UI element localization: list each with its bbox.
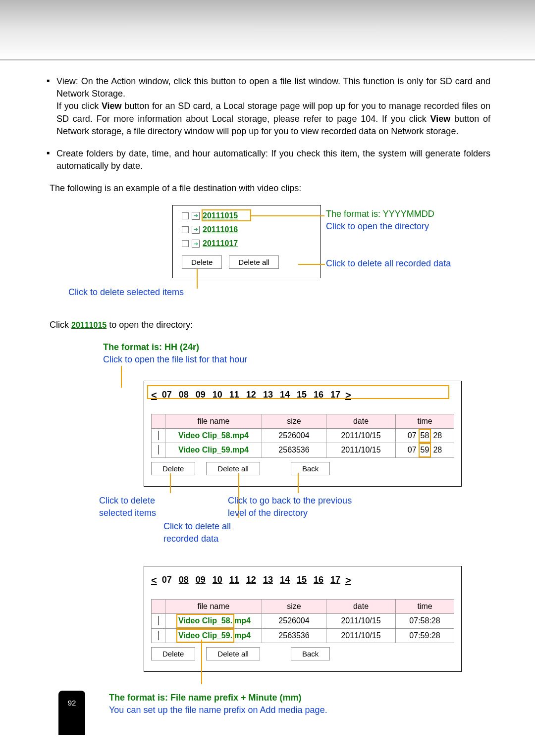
view-bold-2: View <box>430 114 451 124</box>
checkbox[interactable] <box>182 212 189 219</box>
file-date: 2011/10/15 <box>326 614 396 628</box>
click-to-open: Click 20111015 to open the directory: <box>50 319 490 331</box>
anno-format-ymd: The format is: YYYYMMDD <box>326 208 434 220</box>
hour-07[interactable]: 07 <box>160 389 174 401</box>
checkbox[interactable] <box>182 240 189 247</box>
delete-all-button[interactable]: Delete all <box>206 647 260 660</box>
bullet-view-line1: View: On the Action window, click this b… <box>56 76 490 99</box>
folder-panel: ➔ 20111015 ➔ 20111016 ➔ 20111017 Delete … <box>172 205 321 278</box>
checkbox[interactable] <box>158 445 159 454</box>
hour-10[interactable]: 10 <box>211 389 224 401</box>
file-time: 07:58:28 <box>396 614 454 628</box>
anno-open-hour: Click to open the file list for that hou… <box>103 353 247 366</box>
folder-link-2[interactable]: 20111017 <box>203 238 238 249</box>
nav-next[interactable]: > <box>345 573 351 587</box>
anno-prefix-note: You can set up the file name prefix on A… <box>109 704 490 716</box>
bullet-view: View: On the Action window, click this b… <box>50 75 490 138</box>
file-size: 2526004 <box>262 614 326 628</box>
bullet-view-p2a: If you click <box>56 101 102 111</box>
file-link[interactable]: Video Clip_59.mp4 <box>165 628 262 643</box>
file-table: file name size date time Video Clip_58.m… <box>151 599 454 643</box>
hour-11[interactable]: 11 <box>227 574 241 586</box>
hour-09[interactable]: 09 <box>194 574 208 586</box>
bullet-create-folders: Create folders by date, time, and hour a… <box>50 148 490 172</box>
hour-nav: < 07 08 09 10 11 12 13 14 15 16 17 > <box>151 573 454 587</box>
checkbox[interactable] <box>158 431 159 440</box>
file-time: 075928 <box>396 443 454 457</box>
hour-12[interactable]: 12 <box>244 389 258 401</box>
anno-del-sel2: Click to delete selected items <box>99 495 156 519</box>
table-row: Video Clip_59.mp4 2563536 2011/10/15 075… <box>152 443 454 457</box>
nav-next[interactable]: > <box>345 388 351 402</box>
hour-09[interactable]: 09 <box>194 389 208 401</box>
hour-16[interactable]: 16 <box>312 574 325 586</box>
anno-del-all2: Click to delete all recorded data <box>163 520 231 545</box>
nav-prev[interactable]: < <box>151 388 157 402</box>
hour-panel-1: < 07 08 09 10 11 12 13 14 15 16 17 > <box>144 381 462 487</box>
file-size: 2563536 <box>262 628 326 643</box>
delete-all-button[interactable]: Delete all <box>206 462 260 475</box>
nav-prev[interactable]: < <box>151 573 157 587</box>
folder-link-0[interactable]: 20111015 <box>203 210 238 221</box>
hour-17[interactable]: 17 <box>328 574 342 586</box>
anno-delete-sel: Click to delete selected items <box>68 286 184 299</box>
th-time: time <box>396 599 454 613</box>
file-time: 075828 <box>396 429 454 443</box>
hour-15[interactable]: 15 <box>295 574 309 586</box>
folder-row-1: ➔ 20111016 <box>182 224 312 235</box>
file-size: 2526004 <box>262 429 326 443</box>
anno-format-hh: The format is: HH (24r) <box>103 341 247 353</box>
th-time: time <box>396 414 454 428</box>
checkbox[interactable] <box>158 616 159 625</box>
hour-nav: < 07 08 09 10 11 12 13 14 15 16 17 > <box>151 388 454 402</box>
th-date: date <box>326 414 396 428</box>
checkbox[interactable] <box>158 631 159 640</box>
hour-08[interactable]: 08 <box>177 574 191 586</box>
page-number: 92 <box>58 691 85 735</box>
arrow-right-icon: ➔ <box>192 240 200 248</box>
anno-go-back: Click to go back to the previous level o… <box>228 495 352 519</box>
th-filename: file name <box>165 414 262 428</box>
hour-panel-2: < 07 08 09 10 11 12 13 14 15 16 17 > <box>144 566 462 672</box>
th-date: date <box>326 599 396 613</box>
para-following: The following is an example of a file de… <box>50 182 490 195</box>
file-date: 2011/10/15 <box>326 429 396 443</box>
arrow-right-icon: ➔ <box>192 226 200 234</box>
file-table: file name size date time Video Clip_58.m… <box>151 414 454 458</box>
hour-14[interactable]: 14 <box>278 389 292 401</box>
th-size: size <box>262 599 326 613</box>
back-button[interactable]: Back <box>291 462 330 475</box>
hour-07[interactable]: 07 <box>160 574 174 586</box>
delete-button[interactable]: Delete <box>151 462 195 475</box>
hour-13[interactable]: 13 <box>261 389 275 401</box>
hour-17[interactable]: 17 <box>328 389 342 401</box>
hour-11[interactable]: 11 <box>227 389 241 401</box>
hour-12[interactable]: 12 <box>244 574 258 586</box>
th-filename: file name <box>165 599 262 613</box>
checkbox[interactable] <box>182 226 189 233</box>
file-link[interactable]: Video Clip_59.mp4 <box>165 443 262 457</box>
table-row: Video Clip_58.mp4 2526004 2011/10/15 07:… <box>152 614 454 628</box>
bullet-view-p2b: button for an SD card, a Local storage p… <box>56 101 490 123</box>
file-link[interactable]: Video Clip_58.mp4 <box>165 614 262 628</box>
delete-button[interactable]: Delete <box>182 255 222 269</box>
hour-16[interactable]: 16 <box>312 389 325 401</box>
th-size: size <box>262 414 326 428</box>
hour-10[interactable]: 10 <box>211 574 224 586</box>
anno-open-dir: Click to open the directory <box>326 220 434 233</box>
anno-delete-all: Click to delete all recorded data <box>326 257 451 270</box>
arrow-right-icon: ➔ <box>192 212 200 220</box>
file-link[interactable]: Video Clip_58.mp4 <box>165 429 262 443</box>
file-date: 2011/10/15 <box>326 443 396 457</box>
delete-all-button[interactable]: Delete all <box>229 255 279 269</box>
hour-08[interactable]: 08 <box>177 389 191 401</box>
delete-button[interactable]: Delete <box>151 647 195 660</box>
view-bold-1: View <box>102 101 122 111</box>
back-button[interactable]: Back <box>291 647 330 660</box>
hour-15[interactable]: 15 <box>295 389 309 401</box>
folder-link-1[interactable]: 20111016 <box>203 224 238 235</box>
hour-14[interactable]: 14 <box>278 574 292 586</box>
link-20111015[interactable]: 20111015 <box>71 321 107 329</box>
hour-13[interactable]: 13 <box>261 574 275 586</box>
file-size: 2563536 <box>262 443 326 457</box>
